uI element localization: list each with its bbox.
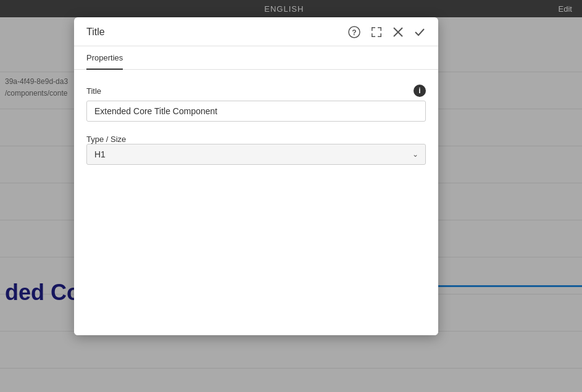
- title-label-row: Title i: [86, 85, 426, 97]
- title-info-icon: i: [414, 85, 426, 97]
- modal-body: Title i Type / Size H1 H2 H3 H4 H5 H6 ⌄: [74, 70, 438, 335]
- type-size-select-wrapper: H1 H2 H3 H4 H5 H6 ⌄: [86, 144, 426, 165]
- svg-text:?: ?: [352, 28, 356, 37]
- svg-rect-9: [381, 33, 382, 37]
- title-input[interactable]: [86, 101, 426, 122]
- modal-dialog: Title ?: [74, 17, 438, 335]
- help-button[interactable]: ?: [348, 26, 360, 38]
- type-size-field-group: Type / Size H1 H2 H3 H4 H5 H6 ⌄: [86, 134, 426, 165]
- title-field-group: Title i: [86, 85, 426, 122]
- fullscreen-button[interactable]: [370, 26, 383, 38]
- confirm-button[interactable]: [414, 26, 426, 38]
- modal-tabs: Properties: [74, 46, 438, 70]
- close-icon: [393, 27, 404, 38]
- confirm-icon: [414, 26, 426, 38]
- title-label: Title: [86, 86, 101, 96]
- fullscreen-icon: [370, 26, 383, 38]
- modal-header: Title ?: [74, 17, 438, 46]
- type-size-label: Type / Size: [86, 135, 126, 144]
- close-button[interactable]: [393, 27, 404, 38]
- tab-properties[interactable]: Properties: [86, 47, 123, 70]
- type-size-select[interactable]: H1 H2 H3 H4 H5 H6: [86, 144, 426, 165]
- modal-header-icons: ?: [348, 26, 426, 38]
- svg-rect-7: [372, 33, 373, 37]
- svg-rect-3: [372, 27, 373, 31]
- help-icon: ?: [348, 26, 360, 38]
- svg-rect-5: [381, 27, 382, 31]
- modal-title: Title: [86, 27, 105, 38]
